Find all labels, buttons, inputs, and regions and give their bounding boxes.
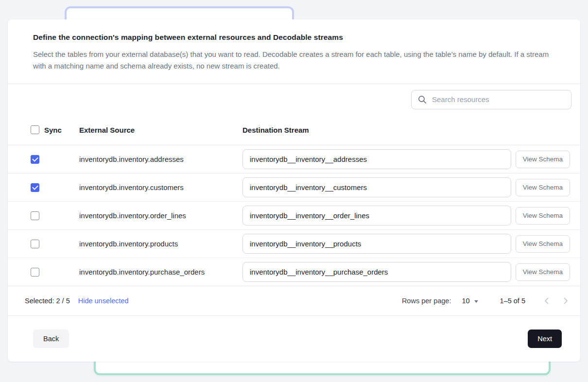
pagination-range: 1–5 of 5 xyxy=(500,297,525,305)
row-sync-checkbox[interactable] xyxy=(31,155,39,164)
search-row xyxy=(8,84,580,115)
rows-per-page-select[interactable]: 10 xyxy=(462,297,478,305)
select-all-checkbox[interactable] xyxy=(31,125,39,134)
next-page-button[interactable] xyxy=(559,295,572,307)
table-footer: Selected: 2 / 5 Hide unselected Rows per… xyxy=(8,286,580,316)
destination-stream-input[interactable] xyxy=(242,262,511,282)
view-schema-button[interactable]: View Schema xyxy=(516,235,570,253)
previous-page-button[interactable] xyxy=(540,295,553,307)
caret-down-icon xyxy=(474,300,478,303)
next-button[interactable]: Next xyxy=(528,330,562,348)
table-row: inventorydb.inventory.products View Sche… xyxy=(8,230,580,258)
selected-count: Selected: 2 / 5 xyxy=(25,297,70,305)
rows-per-page-label: Rows per page: xyxy=(402,297,451,305)
dialog-actions: Back Next xyxy=(8,316,580,362)
table-row: inventorydb.inventory.customers View Sch… xyxy=(8,174,580,202)
chevron-left-icon xyxy=(544,297,549,304)
table-header: Sync External Source Destination Stream xyxy=(8,115,580,145)
table-row: inventorydb.inventory.order_lines View S… xyxy=(8,202,580,230)
table-row: inventorydb.inventory.purchase_orders Vi… xyxy=(8,258,580,286)
dialog-header: Define the connection's mapping between … xyxy=(8,19,580,84)
page-description: Select the tables from your external dat… xyxy=(33,49,555,72)
rows-per-page-value: 10 xyxy=(462,297,469,305)
view-schema-button[interactable]: View Schema xyxy=(516,263,570,281)
hide-unselected-link[interactable]: Hide unselected xyxy=(78,297,129,305)
column-header-destination-stream: Destination Stream xyxy=(242,126,511,134)
table-row: inventorydb.inventory.addresses View Sch… xyxy=(8,145,580,174)
external-source-label: inventorydb.inventory.customers xyxy=(79,183,242,191)
resource-mapping-dialog: Define the connection's mapping between … xyxy=(8,19,580,362)
view-schema-button[interactable]: View Schema xyxy=(516,207,570,225)
chevron-right-icon xyxy=(564,297,568,304)
view-schema-button[interactable]: View Schema xyxy=(516,179,570,196)
view-schema-button[interactable]: View Schema xyxy=(516,151,570,168)
external-source-label: inventorydb.inventory.addresses xyxy=(79,155,242,163)
external-source-label: inventorydb.inventory.purchase_orders xyxy=(79,268,242,276)
destination-stream-input[interactable] xyxy=(242,149,511,169)
row-sync-checkbox[interactable] xyxy=(31,211,39,220)
column-header-external-source: External Source xyxy=(79,126,242,134)
back-button[interactable]: Back xyxy=(33,330,69,348)
row-sync-checkbox[interactable] xyxy=(31,240,39,248)
search-box xyxy=(411,90,571,109)
row-sync-checkbox[interactable] xyxy=(31,268,39,277)
page-title: Define the connection's mapping between … xyxy=(33,33,555,42)
column-header-sync: Sync xyxy=(44,126,62,134)
external-source-label: inventorydb.inventory.products xyxy=(79,240,242,248)
destination-stream-input[interactable] xyxy=(242,206,511,226)
row-sync-checkbox[interactable] xyxy=(31,183,39,192)
external-source-label: inventorydb.inventory.order_lines xyxy=(79,211,242,220)
destination-stream-input[interactable] xyxy=(242,234,511,254)
search-input[interactable] xyxy=(411,90,571,109)
destination-stream-input[interactable] xyxy=(242,177,511,197)
